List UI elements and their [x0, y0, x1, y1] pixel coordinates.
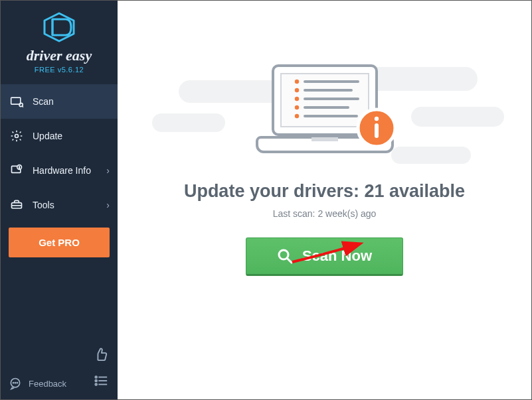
svg-rect-36 [375, 123, 379, 138]
svg-point-3 [19, 103, 23, 106]
svg-point-37 [279, 250, 288, 259]
scan-now-button[interactable]: Scan Now [246, 237, 403, 276]
svg-point-14 [17, 383, 17, 383]
headline-prefix: Update your drivers: [184, 181, 365, 201]
feedback-label: Feedback [29, 379, 66, 389]
app-logo-icon [41, 11, 78, 43]
sidebar-item-hardware[interactable]: i Hardware Info › [1, 153, 118, 188]
get-pro-button[interactable]: Get PRO [9, 228, 110, 257]
svg-rect-2 [11, 98, 21, 104]
svg-point-13 [15, 383, 15, 383]
svg-text:i: i [19, 166, 20, 170]
app-version: FREE v5.6.12 [1, 66, 118, 74]
sidebar-item-update[interactable]: Update [1, 119, 118, 153]
app-name: driver easy [1, 47, 118, 64]
sidebar-item-label: Update [33, 131, 62, 141]
svg-point-30 [294, 97, 298, 101]
available-count: 21 [364, 181, 384, 201]
sidebar-item-label: Tools [33, 200, 54, 210]
sidebar: driver easy FREE v5.6.12 Scan [1, 1, 118, 399]
svg-point-28 [294, 80, 298, 84]
svg-point-5 [15, 135, 19, 138]
main-panel: Update your drivers: 21 available Last s… [118, 1, 531, 399]
scan-now-label: Scan Now [302, 247, 372, 265]
svg-point-32 [294, 114, 298, 118]
gear-icon [10, 129, 23, 143]
app-logo-block: driver easy FREE v5.6.12 [1, 1, 118, 80]
headline: Update your drivers: 21 available [184, 181, 465, 202]
search-icon [277, 248, 293, 264]
svg-rect-33 [311, 137, 338, 141]
scan-icon [10, 95, 23, 108]
sidebar-item-label: Scan [33, 96, 54, 107]
svg-point-35 [374, 117, 378, 121]
headline-suffix: available [385, 181, 466, 201]
laptop-illustration [245, 60, 404, 163]
svg-point-12 [13, 383, 14, 383]
chevron-right-icon: › [106, 165, 110, 176]
svg-point-15 [95, 376, 97, 378]
sidebar-item-label: Hardware Info [33, 165, 91, 176]
svg-point-17 [95, 380, 97, 382]
svg-marker-0 [44, 13, 74, 41]
chevron-right-icon: › [106, 200, 110, 210]
sidebar-item-tools[interactable]: Tools › [1, 188, 118, 222]
svg-point-19 [95, 383, 97, 385]
sidebar-nav: Scan Update i [1, 84, 118, 222]
svg-point-31 [294, 105, 298, 109]
feedback-icon [9, 377, 22, 390]
svg-point-29 [294, 88, 298, 92]
tools-icon [10, 198, 23, 212]
last-scan-label: Last scan: 2 week(s) ago [273, 208, 377, 219]
thumbs-up-icon[interactable] [94, 347, 108, 365]
sidebar-item-scan[interactable]: Scan [1, 84, 118, 119]
svg-line-38 [288, 259, 292, 263]
hardware-icon: i [10, 164, 23, 177]
list-icon[interactable] [94, 374, 108, 390]
get-pro-label: Get PRO [39, 237, 80, 248]
svg-line-4 [23, 106, 23, 107]
